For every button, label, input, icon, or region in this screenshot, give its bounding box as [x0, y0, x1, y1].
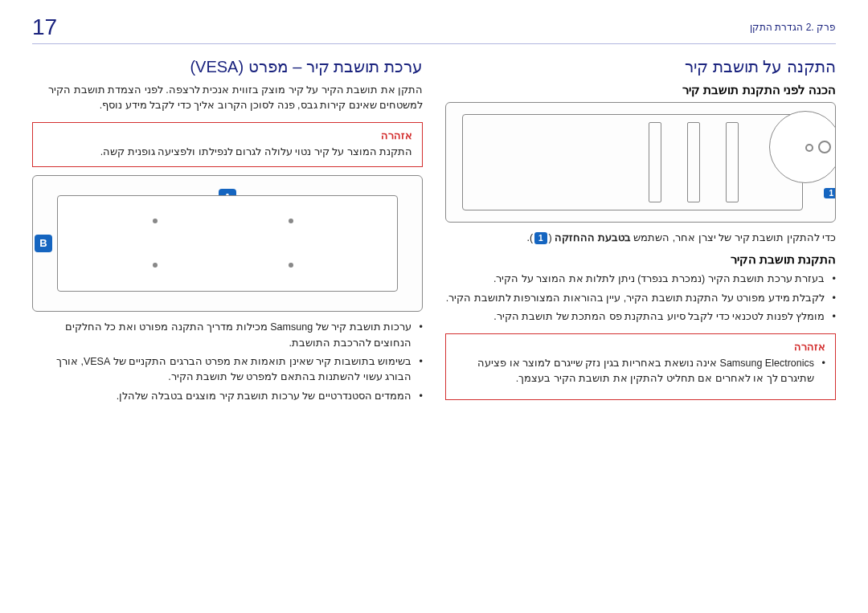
page-number: 17	[32, 14, 57, 40]
list-item: מומלץ לפנות לטכנאי כדי לקבל סיוע בהתקנת …	[445, 309, 836, 325]
list-item: בשימוש בתושבות קיר שאינן תואמות את מפרט …	[32, 354, 423, 386]
zoom-circle	[769, 111, 836, 183]
tv-front-outline	[57, 195, 398, 292]
section-title-vesa: ערכת תושבת קיר – מפרט (VESA)	[32, 57, 423, 76]
callout-inline-1: 1	[534, 232, 547, 245]
holder-ring-icon	[805, 144, 813, 152]
warning-box: אזהרה התקנת המוצר על קיר נטוי עלולה לגרו…	[32, 122, 423, 167]
diagram-tv-back: 1	[445, 102, 836, 223]
callout-1: 1	[824, 188, 836, 198]
column-left: ערכת תושבת קיר – מפרט (VESA) התקן את תוש…	[32, 57, 423, 411]
warning-title: אזהרה	[456, 341, 825, 353]
list-item: הממדים הסטנדרטיים של ערכות תושבת קיר מוצ…	[32, 389, 423, 404]
mount-hole-icon	[289, 219, 293, 223]
holder-ring-icon	[818, 141, 831, 153]
vesa-list: ערכות תושבת קיר של Samsung מכילות מדריך …	[32, 320, 423, 404]
subtitle-preparation: הכנה לפני התקנת תושבת קיר	[445, 83, 836, 97]
mount-hole-icon	[153, 219, 158, 223]
install-list: בעזרת ערכת תושבת הקיר (נמכרת בנפרד) ניתן…	[445, 272, 836, 325]
warning-box: אזהרה Samsung Electronics אינה נושאת באח…	[445, 333, 836, 401]
mount-hole-icon	[153, 263, 158, 268]
list-item: ערכות תושבת קיר של Samsung מכילות מדריך …	[32, 320, 423, 351]
warning-title: אזהרה	[43, 129, 412, 141]
mounting-bracket-icon	[687, 122, 700, 202]
warning-text: התקנת המוצר על קיר נטוי עלולה לגרום לנפי…	[43, 145, 412, 160]
column-right: התקנה על תושבת קיר הכנה לפני התקנת תושבת…	[445, 57, 836, 411]
list-item: Samsung Electronics אינה נושאת באחריות ב…	[456, 356, 825, 387]
content: התקנה על תושבת קיר הכנה לפני התקנת תושבת…	[32, 57, 836, 411]
tv-back-outline	[462, 114, 803, 210]
chapter-label: פרק .2 הגדרת התקן	[750, 22, 836, 33]
vesa-intro: התקן את תושבת הקיר על קיר מוצק בזווית אנ…	[32, 83, 423, 114]
mounting-bracket-icon	[726, 122, 739, 202]
mount-hole-icon	[289, 263, 293, 268]
list-item: לקבלת מידע מפורט על התקנת תושבת הקיר, עי…	[445, 291, 836, 306]
page-header: פרק .2 הגדרת התקן 17	[32, 14, 836, 44]
diagram-vesa: A B	[32, 175, 423, 312]
list-item: בעזרת ערכת תושבת הקיר (נמכרת בנפרד) ניתן…	[445, 272, 836, 287]
preparation-text: כדי להתקין תושבת קיר של יצרן אחר, השתמש …	[445, 231, 836, 246]
subtitle-install: התקנת תושבת הקיר	[445, 252, 836, 267]
section-title-install: התקנה על תושבת קיר	[445, 57, 836, 76]
mounting-bracket-icon	[649, 122, 661, 202]
marker-b: B	[35, 235, 52, 252]
warning-list: Samsung Electronics אינה נושאת באחריות ב…	[456, 356, 825, 387]
